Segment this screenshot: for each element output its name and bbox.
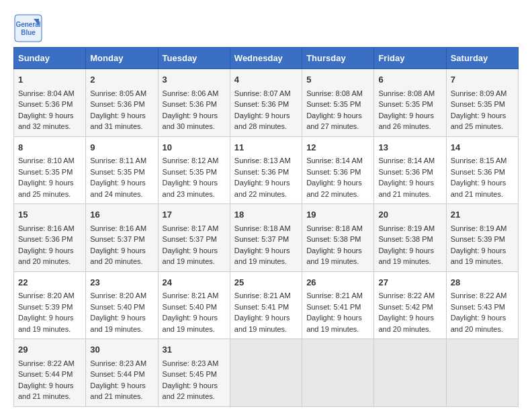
daylight-label: Daylight: 9 hours and 19 minutes. [306, 246, 362, 266]
daylight-label: Daylight: 9 hours and 20 minutes. [451, 314, 506, 333]
sunrise-label: Sunrise: 8:23 AM [90, 359, 146, 367]
daylight-label: Daylight: 9 hours and 21 minutes. [18, 381, 74, 401]
sunset-label: Sunset: 5:40 PM [163, 303, 217, 311]
day-number: 9 [90, 141, 153, 154]
header-saturday: Saturday [446, 48, 518, 69]
day-number: 11 [234, 141, 298, 154]
daylight-label: Daylight: 9 hours and 19 minutes. [234, 314, 290, 333]
day-number: 15 [18, 208, 81, 222]
sunset-label: Sunset: 5:39 PM [451, 235, 505, 243]
page-header: General Blue [13, 13, 519, 40]
sunrise-label: Sunrise: 8:05 AM [90, 89, 146, 97]
sunrise-label: Sunrise: 8:19 AM [378, 224, 435, 232]
daylight-label: Daylight: 9 hours and 19 minutes. [451, 246, 506, 266]
day-number: 28 [451, 276, 514, 289]
sunrise-label: Sunrise: 8:22 AM [378, 291, 435, 300]
week-row-2: 8 Sunrise: 8:10 AM Sunset: 5:35 PM Dayli… [14, 136, 519, 204]
sunrise-label: Sunrise: 8:08 AM [306, 89, 363, 97]
sunset-label: Sunset: 5:36 PM [18, 235, 73, 243]
calendar-cell: 2 Sunrise: 8:05 AM Sunset: 5:36 PM Dayli… [86, 69, 158, 137]
daylight-label: Daylight: 9 hours and 19 minutes. [163, 246, 218, 266]
daylight-label: Daylight: 9 hours and 20 minutes. [18, 246, 74, 266]
sunset-label: Sunset: 5:45 PM [163, 370, 217, 378]
day-number: 27 [378, 276, 441, 289]
daylight-label: Daylight: 9 hours and 22 minutes. [306, 179, 362, 198]
sunrise-label: Sunrise: 8:19 AM [451, 224, 507, 232]
calendar-cell: 7 Sunrise: 8:09 AM Sunset: 5:35 PM Dayli… [446, 69, 518, 137]
daylight-label: Daylight: 9 hours and 20 minutes. [378, 314, 434, 333]
sunrise-label: Sunrise: 8:11 AM [90, 156, 146, 165]
day-number: 29 [18, 343, 81, 357]
day-number: 6 [378, 73, 441, 87]
daylight-label: Daylight: 9 hours and 23 minutes. [163, 179, 218, 198]
sunrise-label: Sunrise: 8:22 AM [451, 291, 507, 300]
calendar-cell: 1 Sunrise: 8:04 AM Sunset: 5:36 PM Dayli… [14, 69, 86, 137]
sunset-label: Sunset: 5:36 PM [306, 168, 361, 176]
day-number: 1 [18, 73, 81, 87]
daylight-label: Daylight: 9 hours and 19 minutes. [234, 246, 290, 266]
daylight-label: Daylight: 9 hours and 20 minutes. [90, 246, 146, 266]
logo: General Blue [13, 13, 44, 40]
sunrise-label: Sunrise: 8:21 AM [163, 291, 219, 300]
sunrise-label: Sunrise: 8:18 AM [234, 224, 291, 232]
calendar-cell: 27 Sunrise: 8:22 AM Sunset: 5:42 PM Dayl… [374, 271, 446, 339]
sunrise-label: Sunrise: 8:07 AM [234, 89, 291, 97]
sunset-label: Sunset: 5:36 PM [234, 100, 289, 108]
day-number: 5 [306, 73, 369, 87]
sunset-label: Sunset: 5:35 PM [90, 168, 144, 176]
sunset-label: Sunset: 5:41 PM [306, 303, 361, 311]
calendar-cell: 30 Sunrise: 8:23 AM Sunset: 5:44 PM Dayl… [86, 339, 158, 407]
calendar-cell: 19 Sunrise: 8:18 AM Sunset: 5:38 PM Dayl… [302, 204, 374, 272]
calendar-cell [230, 339, 302, 407]
day-number: 2 [90, 73, 153, 87]
sunset-label: Sunset: 5:40 PM [90, 303, 144, 311]
sunset-label: Sunset: 5:44 PM [18, 370, 73, 378]
sunrise-label: Sunrise: 8:13 AM [234, 156, 291, 165]
daylight-label: Daylight: 9 hours and 30 minutes. [163, 111, 218, 131]
day-number: 19 [306, 208, 369, 222]
sunrise-label: Sunrise: 8:20 AM [90, 291, 146, 300]
day-number: 24 [163, 276, 226, 289]
daylight-label: Daylight: 9 hours and 25 minutes. [451, 111, 506, 131]
calendar-cell: 12 Sunrise: 8:14 AM Sunset: 5:36 PM Dayl… [302, 136, 374, 204]
daylight-label: Daylight: 9 hours and 27 minutes. [306, 111, 362, 131]
calendar-cell: 29 Sunrise: 8:22 AM Sunset: 5:44 PM Dayl… [14, 339, 86, 407]
sunset-label: Sunset: 5:35 PM [306, 100, 361, 108]
daylight-label: Daylight: 9 hours and 32 minutes. [18, 111, 74, 131]
calendar-cell: 8 Sunrise: 8:10 AM Sunset: 5:35 PM Dayli… [14, 136, 86, 204]
sunset-label: Sunset: 5:36 PM [18, 100, 73, 108]
daylight-label: Daylight: 9 hours and 25 minutes. [18, 179, 74, 198]
calendar-cell: 14 Sunrise: 8:15 AM Sunset: 5:36 PM Dayl… [446, 136, 518, 204]
calendar-cell: 26 Sunrise: 8:21 AM Sunset: 5:41 PM Dayl… [302, 271, 374, 339]
day-number: 20 [378, 208, 441, 222]
sunrise-label: Sunrise: 8:17 AM [163, 224, 219, 232]
sunset-label: Sunset: 5:35 PM [378, 100, 433, 108]
calendar-cell: 6 Sunrise: 8:08 AM Sunset: 5:35 PM Dayli… [374, 69, 446, 137]
sunset-label: Sunset: 5:36 PM [378, 168, 433, 176]
sunrise-label: Sunrise: 8:14 AM [306, 156, 363, 165]
svg-text:Blue: Blue [21, 29, 36, 36]
calendar-cell: 4 Sunrise: 8:07 AM Sunset: 5:36 PM Dayli… [230, 69, 302, 137]
header-tuesday: Tuesday [158, 48, 230, 69]
calendar-cell: 28 Sunrise: 8:22 AM Sunset: 5:43 PM Dayl… [446, 271, 518, 339]
day-number: 16 [90, 208, 153, 222]
calendar-table: SundayMondayTuesdayWednesdayThursdayFrid… [13, 47, 519, 407]
daylight-label: Daylight: 9 hours and 24 minutes. [90, 179, 146, 198]
day-number: 25 [234, 276, 298, 289]
sunrise-label: Sunrise: 8:22 AM [18, 359, 75, 367]
day-number: 4 [234, 73, 298, 87]
daylight-label: Daylight: 9 hours and 22 minutes. [163, 381, 218, 401]
sunrise-label: Sunrise: 8:04 AM [18, 89, 75, 97]
day-number: 17 [163, 208, 226, 222]
daylight-label: Daylight: 9 hours and 19 minutes. [90, 314, 146, 333]
day-number: 10 [163, 141, 226, 154]
sunset-label: Sunset: 5:41 PM [234, 303, 289, 311]
day-number: 30 [90, 343, 153, 357]
sunrise-label: Sunrise: 8:12 AM [163, 156, 219, 165]
sunrise-label: Sunrise: 8:18 AM [306, 224, 363, 232]
daylight-label: Daylight: 9 hours and 21 minutes. [378, 179, 434, 198]
sunrise-label: Sunrise: 8:08 AM [378, 89, 435, 97]
calendar-cell: 17 Sunrise: 8:17 AM Sunset: 5:37 PM Dayl… [158, 204, 230, 272]
day-number: 18 [234, 208, 298, 222]
sunset-label: Sunset: 5:43 PM [451, 303, 505, 311]
